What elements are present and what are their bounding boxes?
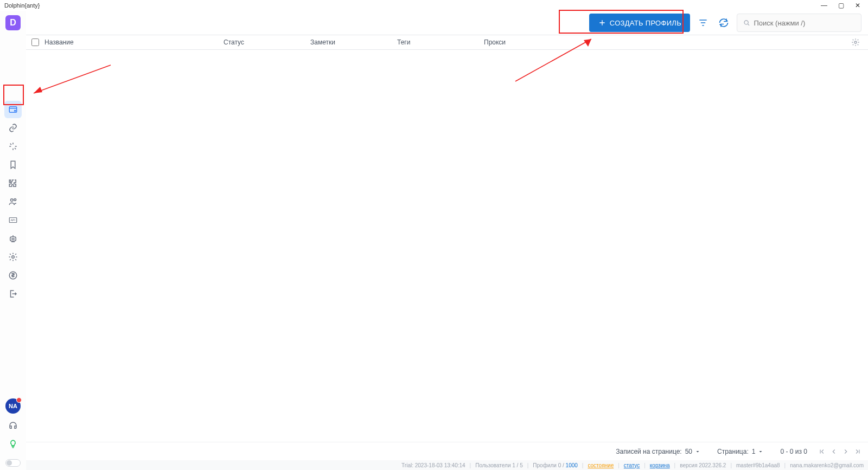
table-body-empty xyxy=(26,50,868,442)
svg-text:API: API xyxy=(11,218,15,222)
toolbar: СОЗДАТЬ ПРОФИЛЬ xyxy=(26,11,868,35)
page-next-icon[interactable] xyxy=(842,448,850,455)
svg-point-8 xyxy=(14,239,15,240)
column-notes[interactable]: Заметки xyxy=(310,38,397,46)
status-bar: Trial: 2023-18-03 13:40:14 | Пользовател… xyxy=(26,460,868,470)
puzzle-icon xyxy=(8,178,18,188)
footer-email: nana.makarenko2@gmail.com xyxy=(790,462,864,468)
svg-point-7 xyxy=(12,239,13,240)
column-name[interactable]: Название xyxy=(44,38,224,46)
sidebar-item-scripts[interactable] xyxy=(4,138,22,155)
page-last-icon[interactable] xyxy=(854,448,861,455)
gear-icon xyxy=(851,38,860,47)
svg-point-9 xyxy=(12,256,15,259)
refresh-icon xyxy=(718,17,729,28)
svg-point-3 xyxy=(14,198,16,201)
sidebar-item-settings[interactable] xyxy=(4,248,22,266)
close-button[interactable]: ✕ xyxy=(855,2,860,9)
logout-icon xyxy=(8,289,18,299)
footer-profiles: Профили 0 / 1000 xyxy=(533,462,577,468)
window-controls: — ▢ ✕ xyxy=(821,2,864,9)
create-profile-label: СОЗДАТЬ ПРОФИЛЬ xyxy=(610,19,681,27)
titlebar: Dolphin{anty} — ▢ ✕ xyxy=(0,0,868,11)
app-title: Dolphin{anty} xyxy=(4,2,40,9)
svg-point-2 xyxy=(11,199,14,202)
sidebar-item-api[interactable]: API xyxy=(4,211,22,229)
user-avatar[interactable]: NA xyxy=(5,398,21,414)
footer-master: master#9b1a4aa8 xyxy=(736,462,780,468)
footer-link-trash[interactable]: корзина xyxy=(650,462,670,468)
footer-users: Пользователи 1 / 5 xyxy=(475,462,523,468)
sidebar-item-billing[interactable] xyxy=(4,267,22,284)
users-icon xyxy=(8,197,18,207)
plus-icon xyxy=(598,18,607,27)
page-range: 0 - 0 из 0 xyxy=(780,448,807,455)
chevron-down-icon xyxy=(694,448,701,455)
sidebar-item-bookmarks[interactable] xyxy=(4,156,22,173)
page-first-icon[interactable] xyxy=(818,448,826,455)
per-page-label: Записей на странице: xyxy=(616,448,681,455)
column-proxy[interactable]: Прокси xyxy=(484,38,847,46)
filter-button[interactable] xyxy=(695,15,711,30)
sidebar-item-tips[interactable] xyxy=(4,435,22,453)
wand-icon xyxy=(8,141,18,151)
minimize-button[interactable]: — xyxy=(821,2,827,9)
create-profile-button[interactable]: СОЗДАТЬ ПРОФИЛЬ xyxy=(589,14,690,32)
link-icon xyxy=(8,123,18,133)
dollar-icon xyxy=(8,271,18,280)
footer-trial: Trial: 2023-18-03 13:40:14 xyxy=(401,462,465,468)
sidebar-item-extensions[interactable] xyxy=(4,175,22,192)
maximize-button[interactable]: ▢ xyxy=(838,2,844,9)
search-icon xyxy=(743,18,750,27)
svg-point-1 xyxy=(14,110,16,112)
pagination-bar: Записей на странице: 50 Страница: 1 0 - … xyxy=(26,442,868,460)
gear-icon xyxy=(8,252,18,262)
sidebar: D API xyxy=(0,11,26,470)
api-icon: API xyxy=(8,215,18,225)
main-area: СОЗДАТЬ ПРОФИЛЬ Название Статус Заметки … xyxy=(26,11,868,470)
bookmark-icon xyxy=(8,160,18,170)
svg-point-11 xyxy=(744,21,748,24)
page-select[interactable]: 1 xyxy=(752,448,764,455)
sidebar-item-support[interactable] xyxy=(4,417,22,434)
page-prev-icon[interactable] xyxy=(830,448,838,455)
sidebar-item-users[interactable] xyxy=(4,193,22,210)
table-settings-button[interactable] xyxy=(847,38,864,47)
sidebar-item-logout[interactable] xyxy=(4,285,22,302)
sidebar-item-automation[interactable] xyxy=(4,230,22,247)
refresh-button[interactable] xyxy=(716,15,731,30)
footer-version: версия 2022.326.2 xyxy=(680,462,726,468)
filter-icon xyxy=(698,17,709,28)
search-input[interactable] xyxy=(754,19,856,27)
theme-toggle[interactable] xyxy=(5,459,21,467)
per-page-select[interactable]: 50 xyxy=(685,448,701,455)
table-header: Название Статус Заметки Теги Прокси xyxy=(26,35,868,50)
search-box[interactable] xyxy=(737,14,861,32)
svg-point-12 xyxy=(854,41,857,43)
bulb-icon xyxy=(8,439,18,449)
browser-icon xyxy=(8,105,18,114)
sidebar-item-proxies[interactable] xyxy=(4,119,22,137)
footer-link-status2[interactable]: статус xyxy=(624,462,640,468)
footer-link-status1[interactable]: состояние xyxy=(588,462,614,468)
app-logo[interactable]: D xyxy=(5,15,21,30)
column-status[interactable]: Статус xyxy=(224,38,310,46)
headset-icon xyxy=(8,421,18,430)
select-all-checkbox[interactable] xyxy=(31,38,39,46)
page-label: Страница: xyxy=(717,448,749,455)
column-tags[interactable]: Теги xyxy=(397,38,484,46)
chevron-down-icon xyxy=(757,448,764,455)
robot-icon xyxy=(8,234,18,243)
sidebar-item-profiles[interactable] xyxy=(4,101,22,118)
